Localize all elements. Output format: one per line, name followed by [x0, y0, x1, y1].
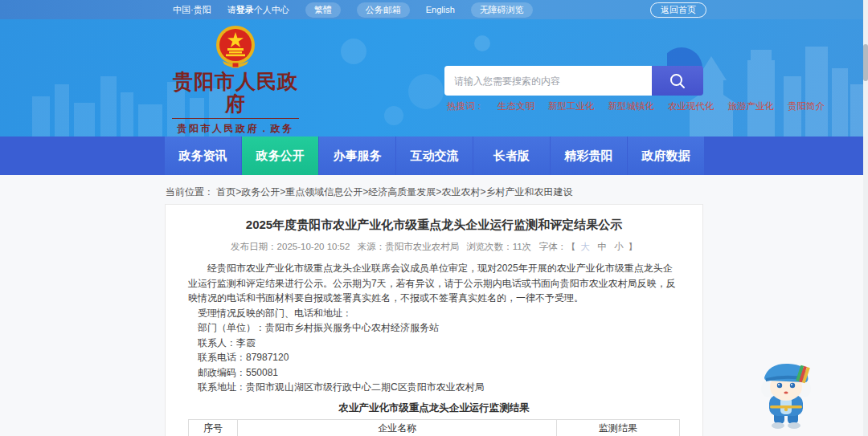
- publish-date: 发布日期：2025-10-20 10:52: [231, 242, 350, 251]
- article-title: 2025年度贵阳市农业产业化市级重点龙头企业运行监测和评定结果公示: [188, 218, 680, 233]
- monitoring-result-table: 序号 企业名称 监测结果 1 贵州合力超市采购有限公司 合格 2 贵州友禾种业有…: [188, 419, 680, 436]
- paragraph-contact-phone: 联系电话：87987120: [188, 350, 680, 365]
- paragraph-postcode: 邮政编码：550081: [188, 365, 680, 381]
- login-suffix: 个人中心: [254, 5, 289, 14]
- hot-term-tourism[interactable]: 旅游产业化: [728, 100, 775, 112]
- main-navigation: 政务资讯 政务公开 办事服务 互动交流 长者版 精彩贵阳 政府数据: [0, 137, 868, 175]
- site-subtitle: 贵阳市人民政府．政务: [167, 122, 304, 136]
- site-name: 贵阳市人民政府: [167, 71, 304, 116]
- national-emblem-icon: [215, 24, 256, 69]
- article-source: 来源：贵阳市农业农村局: [358, 242, 460, 251]
- header-monitoring-result: 监测结果: [557, 419, 680, 436]
- region-label: 中国·贵阳: [173, 4, 211, 16]
- nav-tab-news[interactable]: 政务资讯: [165, 137, 241, 175]
- search-bar: [444, 66, 703, 96]
- paragraph-intro: 经贵阳市农业产业化市级重点龙头企业联席会议成员单位审定，现对2025年开展的农业…: [188, 261, 680, 306]
- article-meta: 发布日期：2025-10-20 10:52 来源：贵阳市农业农村局 浏览次数：1…: [188, 241, 680, 253]
- breadcrumb-label: 当前位置：: [166, 186, 214, 198]
- paragraph-address: 联系地址：贵阳市观山湖区市级行政中心二期C区贵阳市农业农村局: [188, 380, 680, 395]
- login-link[interactable]: 请登录个人中心: [227, 4, 289, 16]
- hot-term-urbanization[interactable]: 新型城镇化: [608, 100, 655, 112]
- search-button[interactable]: [652, 66, 703, 96]
- nav-tab-gov-data[interactable]: 政府数据: [628, 137, 704, 175]
- font-size-large-button[interactable]: 大: [580, 242, 590, 251]
- font-size-medium-button[interactable]: 中: [597, 242, 607, 251]
- english-link[interactable]: English: [426, 5, 455, 14]
- nav-tab-interaction[interactable]: 互动交流: [396, 137, 473, 175]
- accessibility-link[interactable]: 无障碍浏览: [471, 2, 533, 18]
- top-utility-bar: 中国·贵阳 请登录个人中心 繁體 公务邮箱 English 无障碍浏览 返回首页: [0, 0, 868, 19]
- hot-term-ecology[interactable]: 生态文明: [497, 100, 534, 112]
- nav-tab-splendid-guiyang[interactable]: 精彩贵阳: [551, 137, 627, 175]
- hot-term-guiyang-intro[interactable]: 贵阳简介: [788, 100, 825, 112]
- nav-tab-services[interactable]: 办事服务: [319, 137, 395, 175]
- login-bold: 登录: [236, 5, 254, 14]
- article-card: 2025年度贵阳市农业产业化市级重点龙头企业运行监测和评定结果公示 发布日期：2…: [165, 204, 703, 436]
- hot-search-row: 热搜词： 生态文明 新型工业化 新型城镇化 农业现代化 旅游产业化 贵阳简介: [447, 100, 825, 112]
- login-prefix: 请: [227, 5, 236, 14]
- paragraph-accept-intro: 受理情况反映的部门、电话和地址：: [188, 306, 680, 321]
- breadcrumb-path[interactable]: 首页>政务公开>重点领域信息公开>经济高质量发展>农业农村>乡村产业和农田建设: [216, 186, 572, 198]
- back-to-home-button[interactable]: 返回首页: [650, 2, 706, 18]
- header-company-name: 企业名称: [238, 419, 557, 436]
- search-input[interactable]: [444, 66, 652, 96]
- font-size-small-button[interactable]: 小: [614, 242, 624, 251]
- search-icon: [669, 72, 686, 90]
- scrollbar-thumb[interactable]: [863, 44, 868, 81]
- mascot-character[interactable]: [758, 360, 814, 432]
- article-body: 经贵阳市农业产业化市级重点龙头企业联席会议成员单位审定，现对2025年开展的农业…: [188, 261, 680, 395]
- breadcrumb: 当前位置： 首页>政务公开>重点领域信息公开>经济高质量发展>农业农村>乡村产业…: [166, 185, 572, 199]
- font-size-label-close: 】: [628, 242, 637, 251]
- hot-term-industrialization[interactable]: 新型工业化: [548, 100, 595, 112]
- table-header-row: 序号 企业名称 监测结果: [189, 419, 680, 436]
- page-scrollbar[interactable]: [863, 0, 868, 436]
- logo-divider: [172, 118, 299, 119]
- nav-tab-senior-version[interactable]: 长者版: [473, 137, 550, 175]
- traditional-chinese-link[interactable]: 繁體: [305, 2, 341, 18]
- paragraph-contact-person: 联系人：李霞: [188, 336, 680, 351]
- header-index: 序号: [189, 419, 238, 436]
- paragraph-department: 部门（单位）：贵阳市乡村振兴服务中心农村经济服务站: [188, 320, 680, 336]
- nav-tab-gov-disclosure[interactable]: 政务公开: [242, 137, 318, 175]
- table-caption: 农业产业化市级重点龙头企业运行监测结果: [188, 401, 680, 415]
- official-mailbox-link[interactable]: 公务邮箱: [357, 2, 410, 18]
- hot-term-agriculture[interactable]: 农业现代化: [668, 100, 714, 112]
- site-logo[interactable]: 贵阳市人民政府 贵阳市人民政府．政务 www.guiyang.gov.cn: [167, 24, 304, 137]
- font-size-label: 字体：【: [538, 242, 575, 251]
- site-banner: 贵阳市人民政府 贵阳市人民政府．政务 www.guiyang.gov.cn 热搜…: [0, 19, 868, 137]
- hot-search-label: 热搜词：: [447, 100, 484, 112]
- view-count: 浏览次数：11次: [466, 242, 531, 251]
